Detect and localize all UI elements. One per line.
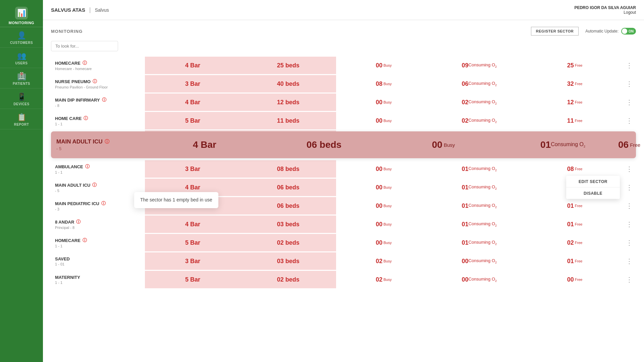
more-button[interactable]: ⋮	[623, 200, 635, 211]
patients-icon: 🏥	[17, 72, 26, 81]
devices-icon: 📱	[17, 93, 26, 101]
big-sector-sub: - 5	[56, 146, 140, 151]
auto-update-label: Automatic Update:	[585, 29, 619, 34]
bar-cell: 3 Bar	[145, 160, 240, 178]
info-icon[interactable]: ⓘ	[101, 200, 106, 206]
sidebar-item-customers[interactable]: 👤 CUSTOMERS	[0, 27, 43, 48]
busy-cell: 02Busy	[336, 252, 432, 270]
topbar-right: PEDRO IGOR DA SILVA AGUIAR Logout	[574, 5, 636, 15]
more-button[interactable]: ⋮	[623, 182, 635, 193]
sidebar-item-users[interactable]: 👥 USERS	[0, 48, 43, 68]
bar-cell: 5 Bar	[145, 112, 240, 129]
user-name: PEDRO IGOR DA SILVA AGUIAR	[574, 5, 636, 10]
more-button[interactable]: ⋮	[623, 219, 635, 230]
sector-sub: 1 - 01	[55, 262, 141, 266]
register-sector-button[interactable]: REGISTER SECTOR	[531, 27, 579, 36]
more-button[interactable]: ⋮	[623, 60, 635, 71]
info-icon[interactable]: ⓘ	[83, 237, 87, 243]
table-row: NURSE PNEUMO ⓘ Pneumo Pavilion - Ground …	[51, 75, 636, 93]
info-icon[interactable]: ⓘ	[93, 78, 97, 84]
free-cell: 11Free	[527, 112, 623, 129]
big-info-icon[interactable]: ⓘ	[105, 139, 109, 145]
more-cell: ⋮	[623, 234, 636, 251]
sector-sub: Homecare - homecare	[55, 67, 141, 71]
devices-label: DEVICES	[13, 102, 29, 106]
consuming-cell: 01 Consuming O2	[431, 234, 527, 251]
sector-info: HOMECARE ⓘ 1 - 1	[51, 235, 145, 251]
consuming-cell: 01 Consuming O2	[431, 197, 527, 215]
big-sector-name: MAIN ADULT ICU ⓘ	[56, 138, 140, 145]
toggle-state: ON	[629, 29, 634, 33]
disable-button[interactable]: DISABLE	[566, 188, 620, 199]
busy-cell: 00Busy	[336, 216, 432, 233]
info-icon[interactable]: ⓘ	[84, 115, 88, 121]
busy-cell: 00Busy	[336, 197, 432, 215]
sidebar-item-patients[interactable]: 🏥 PATIENTS	[0, 68, 43, 88]
table-row: SAVED 1 - 01 3 Bar 03 beds 02Busy 00 Con…	[51, 252, 636, 270]
sidebar-logo: 📊 MONITORING	[0, 3, 43, 27]
big-busy-cell: 00 Busy	[384, 135, 503, 154]
free-cell: 00Free	[527, 271, 623, 288]
beds-cell: 11 beds	[240, 112, 336, 129]
sector-sub: - 5	[55, 189, 141, 193]
sector-info: NURSE PNEUMO ⓘ Pneumo Pavilion - Ground …	[51, 76, 145, 92]
more-button[interactable]: ⋮	[623, 164, 635, 174]
sidebar-item-report[interactable]: 📋 REPORT	[0, 109, 43, 129]
more-cell: ⋮	[623, 57, 636, 74]
table-row: HOMECARE ⓘ 1 - 1 5 Bar 02 beds 00Busy 01…	[51, 234, 636, 251]
table-row: AMBULANCE ⓘ 1 - 1 3 Bar 08 beds 00Busy 0…	[51, 160, 636, 178]
info-icon[interactable]: ⓘ	[76, 219, 80, 225]
sector-sub: - 8	[55, 104, 141, 108]
info-icon[interactable]: ⓘ	[85, 164, 90, 170]
consuming-cell: 01 Consuming O2	[431, 160, 527, 178]
more-cell: ⋮	[623, 94, 636, 111]
table-row: 8 ANDAR ⓘ Principal - 8 4 Bar 03 beds 00…	[51, 216, 636, 233]
big-busy-label: Busy	[444, 142, 455, 148]
search-input[interactable]	[51, 41, 118, 51]
customers-icon: 👤	[17, 31, 26, 40]
table-row: MAIN DIP INFIRMARY ⓘ - 8 4 Bar 12 beds 0…	[51, 94, 636, 111]
patients-label: PATIENTS	[13, 82, 30, 85]
table-row: HOME CARE ⓘ 1 - 1 5 Bar 11 beds 00Busy 0…	[51, 112, 636, 129]
consuming-cell: 02 Consuming O2	[431, 94, 527, 111]
more-button[interactable]: ⋮	[623, 115, 635, 126]
more-cell: ⋮	[623, 179, 636, 196]
more-button[interactable]: ⋮	[623, 274, 635, 285]
sector-name: HOME CARE ⓘ	[55, 115, 141, 121]
auto-update-toggle-group: Automatic Update: ON	[585, 28, 636, 35]
sidebar-item-devices[interactable]: 📱 DEVICES	[0, 88, 43, 109]
busy-cell: 02Busy	[336, 271, 432, 288]
more-button[interactable]: ⋮	[623, 78, 635, 89]
sector-sub: Pneumo Pavilion - Ground Floor	[55, 85, 141, 89]
edit-sector-button[interactable]: EDIT SECTOR	[566, 176, 620, 188]
more-button[interactable]: ⋮	[623, 97, 635, 108]
sector-name: HOMECARE ⓘ	[55, 237, 141, 243]
info-icon[interactable]: ⓘ	[83, 60, 87, 66]
bar-cell: 4 Bar	[145, 57, 240, 74]
info-icon[interactable]: ⓘ	[102, 97, 106, 103]
info-icon[interactable]: ⓘ	[92, 182, 97, 188]
table-row: MAIN ADULT ICU ⓘ - 5 4 Bar 06 beds 00Bus…	[51, 179, 636, 196]
tooltip-box: The sector has 1 empty bed in use	[134, 192, 218, 208]
busy-cell: 00Busy	[336, 234, 432, 251]
big-consuming-label: Consuming O2	[551, 141, 585, 148]
big-free-cell: 06 Free	[623, 135, 636, 154]
sector-info: MAIN ADULT ICU ⓘ - 5	[51, 179, 145, 195]
sector-info: AMBULANCE ⓘ 1 - 1	[51, 161, 145, 177]
busy-cell: 00Busy	[336, 160, 432, 178]
auto-update-toggle[interactable]: ON	[621, 28, 636, 35]
beds-cell: 40 beds	[240, 75, 336, 93]
sector-name: SAVED	[55, 256, 141, 261]
big-bar-cell: 4 Bar	[145, 135, 264, 154]
logout-link[interactable]: Logout	[574, 10, 636, 15]
more-button[interactable]: ⋮	[623, 237, 635, 248]
sector-name: MAIN ADULT ICU ⓘ	[55, 182, 141, 188]
big-bar-value: 4 Bar	[193, 139, 216, 150]
more-button[interactable]: ⋮	[623, 256, 635, 266]
beds-cell: 03 beds	[240, 216, 336, 233]
header-right: REGISTER SECTOR Automatic Update: ON	[531, 27, 636, 36]
free-cell: 01Free	[527, 216, 623, 233]
bar-cell: 4 Bar	[145, 216, 240, 233]
sector-info: 8 ANDAR ⓘ Principal - 8	[51, 216, 145, 232]
sidebar: 📊 MONITORING 👤 CUSTOMERS 👥 USERS 🏥 PATIE…	[0, 0, 43, 362]
